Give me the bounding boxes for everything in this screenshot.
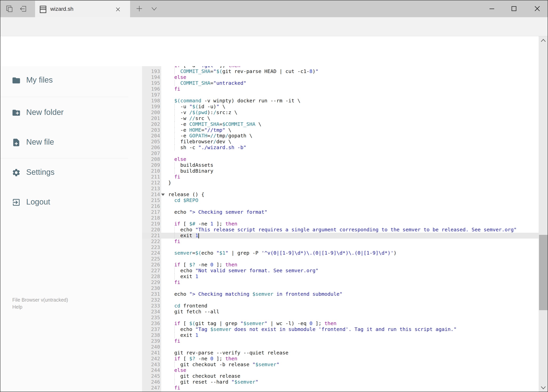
code-text: exit 1 [168,233,199,238]
code-line-226[interactable]: 226 if [ $? -ne 0 ]; then [142,262,539,268]
code-line-195[interactable]: 195 COMMIT_SHA="untracked" [142,80,539,86]
code-line-236[interactable]: 236 if [ $(git tag | grep "$semver" | wc… [142,321,539,326]
close-icon[interactable] [115,6,121,13]
code-text: fi [168,238,180,245]
code-text: filebrowser/dev \ [168,139,231,145]
code-line-220[interactable]: 220 echo "This release script requires a… [142,227,539,233]
code-line-239[interactable]: 239 fi [142,338,539,344]
tabs-set-aside-preview-icon[interactable] [5,4,14,13]
line-number: 195 [142,80,160,86]
code-line-216[interactable]: 216 [142,203,539,209]
code-line-243[interactable]: 243 git checkout -b release "$semver" [142,362,539,368]
help-link[interactable]: Help [12,304,22,310]
code-line-194[interactable]: 194 else [142,74,539,80]
code-line-231[interactable]: 231 echo "> Checking matching $semver in… [142,291,539,297]
code-line-207[interactable]: 207 [142,150,539,156]
minimize-icon[interactable] [488,5,496,13]
code-line-212[interactable]: 212} [142,180,539,186]
code-line-198[interactable]: 198 $(command -v winpty) docker run --rm… [142,98,539,104]
code-line-201[interactable]: 201 -w //src \ [142,115,539,121]
code-line-200[interactable]: 200 -v /$(pwd):/src:z \ [142,110,539,115]
code-line-233[interactable]: 233 cd frontend [142,303,539,309]
code-line-221[interactable]: 221 exit 1 [142,233,539,238]
code-line-206[interactable]: 206 sh -c "./wizard.sh -b" [142,145,539,150]
code-line-202[interactable]: 202 -e COMMIT_SHA=$COMMIT_SHA \ [142,121,539,127]
maximize-icon[interactable] [510,5,518,13]
code-line-244[interactable]: 244 else [142,367,539,373]
code-text: $(command -v winpty) docker run --rm -it… [168,98,300,104]
code-line-240[interactable]: 240 [142,344,539,350]
code-line-222[interactable]: 222 fi [142,238,539,245]
plus-icon[interactable] [136,5,143,12]
code-line-204[interactable]: 204 -e GOPATH=//tmp/gopath \ [142,133,539,139]
code-line-193[interactable]: 193 COMMIT_SHA="$(git rev-parse HEAD | c… [142,69,539,74]
code-line-199[interactable]: 199 -u "$(id -u)" \ [142,104,539,110]
code-line-214[interactable]: 214release () { [142,192,539,197]
sidebar-item-label: New folder [26,108,64,117]
scroll-up-icon[interactable] [541,39,546,42]
close-icon[interactable] [533,5,541,13]
code-editor[interactable]: if [ -d ".git" ]; then193 COMMIT_SHA="$(… [142,66,539,392]
line-number: 200 [142,110,160,115]
scroll-down-icon[interactable] [541,386,546,390]
code-line-232[interactable]: 232 [142,297,539,303]
line-number: 217 [142,209,160,215]
code-line-247[interactable]: 247 fi [142,385,539,391]
sidebar-item-settings[interactable]: Settings [0,164,137,181]
code-line-196[interactable]: 196 fi [142,86,539,92]
line-number: 204 [142,133,160,139]
line-number: 227 [142,268,160,273]
code-line-237[interactable]: 237 echo "Tag $semver does not exist in … [142,326,539,332]
code-line-224[interactable]: 224 semver=$(echo "$1" | grep -P '^v(0|[… [142,250,539,256]
code-line-197[interactable]: 197 [142,92,539,98]
code-line-242[interactable]: 242 if [ $? -ne 0 ]; then [142,356,539,362]
browser-tab[interactable]: wizard.sh [35,1,130,17]
set-tabs-aside-icon[interactable] [19,4,28,13]
code-text: git checkout release [168,373,240,379]
code-line-210[interactable]: 210 buildBinary [142,168,539,174]
code-line-209[interactable]: 209 buildAssets [142,162,539,168]
code-text: exit 1 [168,332,198,338]
code-line-228[interactable]: 228 exit 1 [142,273,539,280]
line-number: 234 [142,309,160,315]
code-line-235[interactable]: 235 [142,315,539,321]
code-text: -v /$(pwd):/src:z \ [168,110,237,115]
code-line-230[interactable]: 230 [142,285,539,291]
code-line-208[interactable]: 208 else [142,156,539,162]
code-line-203[interactable]: 203 -e HOME="//tmp" \ [142,127,539,133]
code-text: if [ $# -ne 1 ]; then [168,221,237,227]
code-text: cd frontend [168,303,207,309]
chevron-down-icon[interactable] [151,6,157,11]
code-line-225[interactable]: 225 [142,256,539,262]
code-line-219[interactable]: 219 if [ $# -ne 1 ]; then [142,221,539,227]
code-line-238[interactable]: 238 exit 1 [142,332,539,338]
code-line-217[interactable]: 217 echo "> Checking semver format" [142,209,539,215]
sidebar-item-label: Settings [26,168,55,176]
line-number: 221 [142,233,160,238]
sidebar-item-logout[interactable]: Logout [0,194,137,211]
code-line-227[interactable]: 227 echo "Not valid semver format. See s… [142,268,539,273]
sidebar-item-new-file[interactable]: New file [0,134,137,151]
code-line-205[interactable]: 205 filebrowser/dev \ [142,139,539,145]
code-text: release () { [168,192,204,197]
scrollbar-thumb[interactable] [539,235,548,310]
code-line-245[interactable]: 245 git checkout release [142,373,539,379]
code-line-229[interactable]: 229 fi [142,280,539,285]
sidebar-item-new-folder[interactable]: New folder [0,104,137,121]
line-number: 207 [142,150,160,156]
sidebar-item-my-files[interactable]: My files [0,72,137,89]
fold-marker-icon[interactable] [161,194,165,196]
code-text: -u "$(id -u)" \ [168,104,225,110]
code-line-246[interactable]: 246 git reset --hard "$semver" [142,379,539,385]
code-line-234[interactable]: 234 git fetch --all [142,309,539,315]
code-line-223[interactable]: 223 [142,245,539,250]
code-line-241[interactable]: 241 git rev-parse --verify --quiet relea… [142,350,539,356]
code-line-211[interactable]: 211 fi [142,174,539,180]
page-scrollbar[interactable] [539,36,548,392]
code-line-213[interactable]: 213 [142,186,539,192]
code-line-215[interactable]: 215 cd $REPO [142,197,539,203]
app-version: File Browser v(untracked) [12,297,68,303]
tab-title: wizard.sh [50,6,73,12]
document-icon [39,6,47,13]
code-line-218[interactable]: 218 [142,215,539,221]
